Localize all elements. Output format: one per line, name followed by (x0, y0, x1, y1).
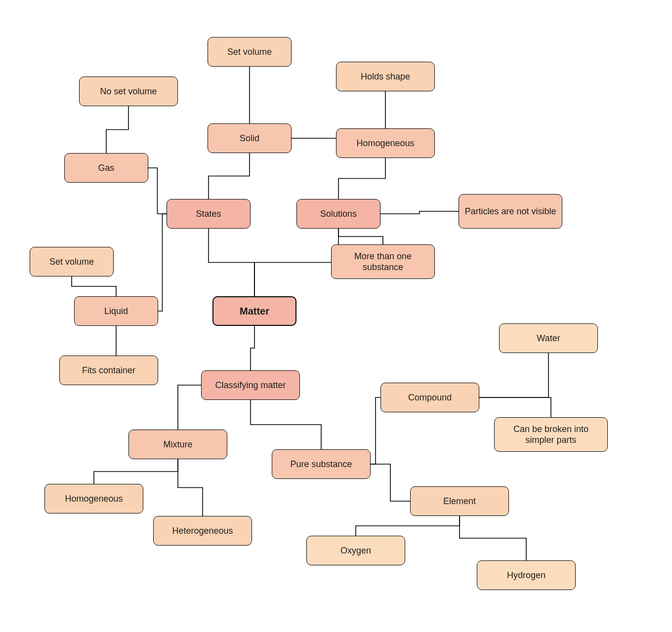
node-element: Element (410, 486, 509, 516)
node-matter: Matter (212, 296, 296, 326)
node-homogeneous1: Homogeneous (336, 128, 435, 158)
diagram-canvas: { "nodes": { "matter": {"label":"Matter"… (0, 0, 672, 632)
node-classifying: Classifying matter (201, 370, 300, 400)
node-compound: Compound (380, 383, 479, 412)
node-hydrogen: Hydrogen (477, 560, 576, 590)
node-heterogeneous: Heterogeneous (153, 516, 252, 546)
node-particles: Particles are not visible (459, 194, 562, 229)
node-holdsshape: Holds shape (336, 62, 435, 91)
node-mixture: Mixture (128, 430, 227, 459)
node-setvolume_solid: Set volume (208, 37, 292, 67)
node-solid: Solid (208, 123, 292, 153)
node-morethanone: More than one substance (331, 244, 435, 279)
node-setvolume_liq: Set volume (30, 247, 114, 276)
node-states: States (167, 199, 251, 229)
node-oxygen: Oxygen (306, 536, 405, 565)
node-liquid: Liquid (74, 296, 158, 326)
node-fitscontainer: Fits container (59, 356, 158, 385)
node-water: Water (499, 323, 598, 353)
node-gas: Gas (64, 153, 148, 183)
node-nosetvolume: No set volume (79, 77, 178, 106)
node-homogeneous2: Homogeneous (44, 484, 143, 514)
node-brokensimpler: Can be broken into simpler parts (494, 417, 608, 452)
node-puresubstance: Pure substance (272, 449, 371, 479)
node-solutions: Solutions (296, 199, 380, 229)
